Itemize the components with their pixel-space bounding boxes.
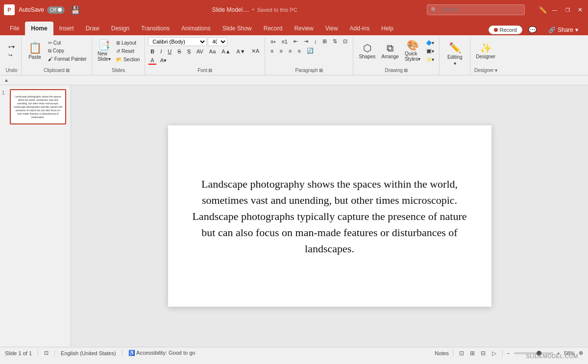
tab-home[interactable]: Home: [25, 22, 53, 35]
smartart-button[interactable]: ⊡: [341, 37, 350, 46]
para-row-2: ≡ ≡ ≡ ≡ 🔄: [268, 47, 316, 55]
align-left-button[interactable]: ≡: [268, 47, 276, 55]
format-painter-button[interactable]: 🖌 Format Painter: [46, 55, 89, 63]
slide-thumb-text: Landscape photography shows the spaces w…: [11, 93, 65, 121]
zoom-minus[interactable]: −: [507, 350, 510, 356]
tab-review[interactable]: Review: [288, 22, 319, 35]
shape-outline-button[interactable]: 🔳▾: [424, 48, 436, 55]
comment-button[interactable]: 💬: [525, 25, 539, 35]
shapes-button[interactable]: ⬡ Shapes: [356, 42, 378, 61]
font-group-content: Calibri (Body) 40 B I U S S AV Aa A▲ A▼ …: [148, 37, 262, 67]
reading-view-btn[interactable]: ⊟: [479, 349, 488, 358]
undo-group-content: ↩▾ ↪: [6, 37, 17, 67]
clear-format-button[interactable]: ✕A: [249, 47, 262, 55]
increase-indent-button[interactable]: ⇥: [301, 37, 311, 46]
font-name-select[interactable]: Calibri (Body): [148, 37, 207, 46]
designer-label: Designer: [476, 54, 495, 59]
reset-button[interactable]: ↺ Reset: [114, 48, 142, 55]
tab-design[interactable]: Design: [105, 22, 135, 35]
decrease-font-button[interactable]: A▼: [234, 48, 248, 55]
share-button[interactable]: 🔗 Share ▾: [542, 24, 584, 35]
record-button[interactable]: Record: [489, 25, 522, 34]
undo-redo-btns: ↩▾ ↪: [6, 43, 17, 59]
paste-icon: 📋: [28, 43, 42, 53]
italic-button[interactable]: I: [158, 48, 164, 55]
undo-button[interactable]: ↩▾: [6, 43, 17, 50]
font-expand-icon[interactable]: ⊠: [208, 68, 212, 73]
align-right-button[interactable]: ≡: [286, 47, 294, 55]
underline-button[interactable]: U: [165, 48, 174, 55]
tab-slideshow[interactable]: Slide Show: [217, 22, 258, 35]
tab-addins[interactable]: Add-ins: [344, 22, 376, 35]
highlight-button[interactable]: A▾: [158, 56, 169, 65]
font-color-button[interactable]: A: [148, 56, 156, 65]
section-button[interactable]: 📂 Section: [114, 56, 142, 63]
arrange-button[interactable]: ⧉ Arrange: [379, 42, 401, 61]
save-icon[interactable]: 💾: [71, 5, 80, 15]
tab-view[interactable]: View: [319, 22, 344, 35]
tab-transitions[interactable]: Transitions: [135, 22, 175, 35]
designer-expand-icon[interactable]: ▾: [495, 68, 497, 73]
shape-effects-button[interactable]: ✨▾: [424, 56, 436, 63]
bold-button[interactable]: B: [148, 48, 157, 55]
numbered-button[interactable]: ≡1: [279, 38, 290, 46]
bullets-button[interactable]: ≡•: [268, 38, 278, 46]
collapse-arrow-icon[interactable]: ▲: [4, 77, 9, 83]
tab-help[interactable]: Help: [375, 22, 399, 35]
status-divider-4: [453, 350, 453, 357]
restore-btn[interactable]: ❐: [564, 6, 571, 14]
fit-to-window-icon[interactable]: ⊕: [579, 350, 583, 356]
drawing-expand-icon[interactable]: ⊠: [404, 68, 408, 73]
slide-canvas[interactable]: Landscape photography shows the spaces w…: [168, 125, 491, 307]
redo-button[interactable]: ↪: [6, 51, 17, 59]
change-case-button[interactable]: Aa: [207, 48, 218, 55]
text-direction-button[interactable]: ⇅: [330, 37, 340, 46]
quick-styles-button[interactable]: 🎨 QuickStyles▾: [402, 39, 423, 63]
designer-button[interactable]: ✨ Designer: [473, 42, 498, 61]
paragraph-expand-icon[interactable]: ⊠: [319, 68, 323, 73]
copy-button[interactable]: ⧉ Copy: [46, 47, 89, 55]
search-input[interactable]: [427, 4, 525, 15]
layout-button[interactable]: ⊞ Layout: [114, 39, 142, 47]
status-divider-1: [38, 350, 38, 357]
tab-file[interactable]: File: [4, 22, 25, 35]
justify-button[interactable]: ≡: [295, 47, 303, 55]
paste-button[interactable]: 📋 Paste: [24, 41, 45, 61]
shape-fill-button[interactable]: 🔷▾: [424, 39, 436, 47]
slide-thumbnail[interactable]: Landscape photography shows the spaces w…: [10, 89, 66, 124]
para-row-1: ≡• ≡1 ⇤ ⇥ ↕ ⊞ ⇅ ⊡: [268, 37, 350, 46]
tab-animations[interactable]: Animations: [175, 22, 216, 35]
align-center-button[interactable]: ≡: [277, 47, 285, 55]
normal-view-btn[interactable]: ⊡: [457, 349, 466, 358]
shadow-button[interactable]: S: [185, 48, 193, 55]
convert-to-smartart-button[interactable]: 🔄: [304, 47, 316, 55]
canvas-area[interactable]: Landscape photography shows the spaces w…: [71, 85, 588, 347]
slide-sorter-btn[interactable]: ⊞: [468, 349, 477, 358]
minimize-btn[interactable]: —: [551, 6, 559, 14]
status-divider-3: [122, 350, 122, 357]
strikethrough-button[interactable]: S: [175, 48, 183, 55]
editing-button[interactable]: ✏️ Editing ▾: [442, 40, 467, 68]
pencil-icon[interactable]: ✏️: [539, 6, 547, 14]
slideshow-view-btn[interactable]: ▷: [490, 349, 498, 358]
increase-font-button[interactable]: A▲: [219, 48, 233, 55]
ribbon-toolbar: ↩▾ ↪ Undo 📋 Paste ✂ Cut ⧉ Copy 🖌 Format …: [0, 35, 588, 75]
tab-record[interactable]: Record: [258, 22, 289, 35]
close-btn[interactable]: ✕: [576, 6, 584, 14]
tab-insert[interactable]: Insert: [53, 22, 80, 35]
ribbon-group-paragraph: ≡• ≡1 ⇤ ⇥ ↕ ⊞ ⇅ ⊡ ≡ ≡ ≡ ≡ 🔄 Paragraph ⊠: [265, 37, 353, 75]
clipboard-expand-icon[interactable]: ⊠: [66, 68, 70, 73]
notes-btn[interactable]: Notes: [435, 350, 449, 356]
slide-view-icon[interactable]: ⊡: [44, 350, 49, 356]
line-spacing-button[interactable]: ↕: [312, 38, 319, 46]
columns-button[interactable]: ⊞: [320, 37, 329, 46]
font-size-select[interactable]: 40: [208, 37, 227, 46]
cut-button[interactable]: ✂ Cut: [46, 39, 89, 47]
decrease-indent-button[interactable]: ⇤: [291, 37, 300, 46]
tab-draw[interactable]: Draw: [80, 22, 105, 35]
new-slide-button[interactable]: 📑 NewSlide▾: [95, 39, 113, 63]
status-divider-2: [54, 350, 55, 357]
char-spacing-button[interactable]: AV: [194, 48, 206, 55]
autosave-toggle[interactable]: Off: [47, 6, 65, 14]
ribbon-group-font: Calibri (Body) 40 B I U S S AV Aa A▲ A▼ …: [145, 37, 265, 75]
